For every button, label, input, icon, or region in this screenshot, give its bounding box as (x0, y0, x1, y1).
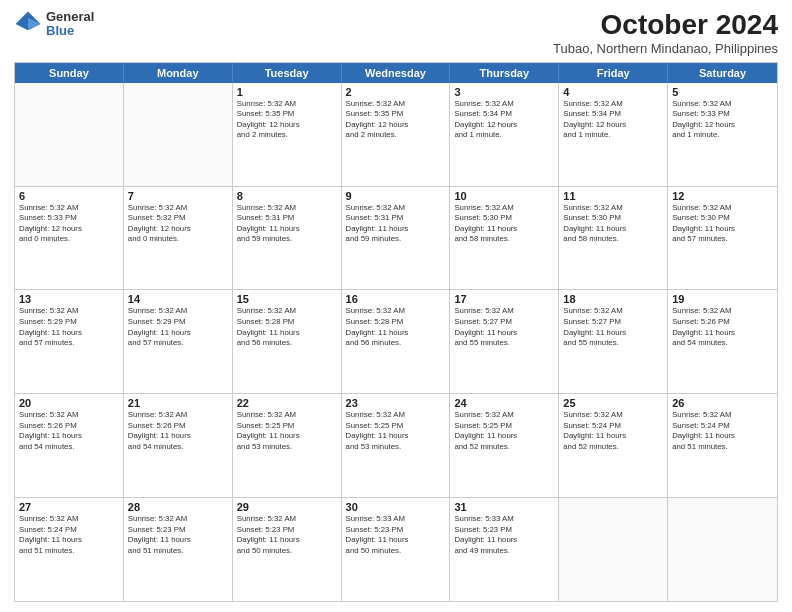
calendar-body: 1Sunrise: 5:32 AM Sunset: 5:35 PM Daylig… (15, 83, 777, 601)
cell-day-number: 7 (128, 190, 228, 202)
cal-cell-5-4: 30Sunrise: 5:33 AM Sunset: 5:23 PM Dayli… (342, 498, 451, 601)
cell-info: Sunrise: 5:33 AM Sunset: 5:23 PM Dayligh… (454, 514, 554, 556)
cell-day-number: 14 (128, 293, 228, 305)
cell-info: Sunrise: 5:33 AM Sunset: 5:23 PM Dayligh… (346, 514, 446, 556)
cell-day-number: 5 (672, 86, 773, 98)
cal-cell-2-5: 10Sunrise: 5:32 AM Sunset: 5:30 PM Dayli… (450, 187, 559, 290)
cell-info: Sunrise: 5:32 AM Sunset: 5:33 PM Dayligh… (19, 203, 119, 245)
cal-cell-4-3: 22Sunrise: 5:32 AM Sunset: 5:25 PM Dayli… (233, 394, 342, 497)
cell-day-number: 20 (19, 397, 119, 409)
cell-info: Sunrise: 5:32 AM Sunset: 5:24 PM Dayligh… (563, 410, 663, 452)
cell-day-number: 1 (237, 86, 337, 98)
logo-icon (14, 10, 42, 38)
cal-cell-1-5: 3Sunrise: 5:32 AM Sunset: 5:34 PM Daylig… (450, 83, 559, 186)
cell-info: Sunrise: 5:32 AM Sunset: 5:32 PM Dayligh… (128, 203, 228, 245)
title-block: October 2024 Tubao, Northern Mindanao, P… (553, 10, 778, 56)
cell-info: Sunrise: 5:32 AM Sunset: 5:27 PM Dayligh… (563, 306, 663, 348)
cal-cell-5-6 (559, 498, 668, 601)
cal-cell-3-5: 17Sunrise: 5:32 AM Sunset: 5:27 PM Dayli… (450, 290, 559, 393)
week-row-5: 27Sunrise: 5:32 AM Sunset: 5:24 PM Dayli… (15, 498, 777, 601)
cal-cell-2-2: 7Sunrise: 5:32 AM Sunset: 5:32 PM Daylig… (124, 187, 233, 290)
cal-cell-1-6: 4Sunrise: 5:32 AM Sunset: 5:34 PM Daylig… (559, 83, 668, 186)
header-day-monday: Monday (124, 63, 233, 83)
cell-day-number: 2 (346, 86, 446, 98)
cell-day-number: 30 (346, 501, 446, 513)
header-day-sunday: Sunday (15, 63, 124, 83)
cal-cell-1-2 (124, 83, 233, 186)
cell-day-number: 11 (563, 190, 663, 202)
cell-day-number: 25 (563, 397, 663, 409)
cell-info: Sunrise: 5:32 AM Sunset: 5:34 PM Dayligh… (563, 99, 663, 141)
cal-cell-4-5: 24Sunrise: 5:32 AM Sunset: 5:25 PM Dayli… (450, 394, 559, 497)
cell-day-number: 23 (346, 397, 446, 409)
cell-day-number: 3 (454, 86, 554, 98)
cell-info: Sunrise: 5:32 AM Sunset: 5:24 PM Dayligh… (19, 514, 119, 556)
cal-cell-3-7: 19Sunrise: 5:32 AM Sunset: 5:26 PM Dayli… (668, 290, 777, 393)
cell-day-number: 18 (563, 293, 663, 305)
cell-day-number: 27 (19, 501, 119, 513)
cal-cell-2-3: 8Sunrise: 5:32 AM Sunset: 5:31 PM Daylig… (233, 187, 342, 290)
cell-info: Sunrise: 5:32 AM Sunset: 5:25 PM Dayligh… (346, 410, 446, 452)
cal-cell-3-2: 14Sunrise: 5:32 AM Sunset: 5:29 PM Dayli… (124, 290, 233, 393)
week-row-2: 6Sunrise: 5:32 AM Sunset: 5:33 PM Daylig… (15, 187, 777, 291)
logo: General Blue (14, 10, 94, 39)
cell-info: Sunrise: 5:32 AM Sunset: 5:30 PM Dayligh… (672, 203, 773, 245)
cell-info: Sunrise: 5:32 AM Sunset: 5:33 PM Dayligh… (672, 99, 773, 141)
cal-cell-3-4: 16Sunrise: 5:32 AM Sunset: 5:28 PM Dayli… (342, 290, 451, 393)
logo-blue-text: Blue (46, 24, 94, 38)
cell-day-number: 6 (19, 190, 119, 202)
cell-day-number: 31 (454, 501, 554, 513)
title-location: Tubao, Northern Mindanao, Philippines (553, 41, 778, 56)
cell-info: Sunrise: 5:32 AM Sunset: 5:35 PM Dayligh… (237, 99, 337, 141)
cell-day-number: 8 (237, 190, 337, 202)
cal-cell-5-2: 28Sunrise: 5:32 AM Sunset: 5:23 PM Dayli… (124, 498, 233, 601)
cell-info: Sunrise: 5:32 AM Sunset: 5:26 PM Dayligh… (19, 410, 119, 452)
cell-info: Sunrise: 5:32 AM Sunset: 5:29 PM Dayligh… (128, 306, 228, 348)
week-row-4: 20Sunrise: 5:32 AM Sunset: 5:26 PM Dayli… (15, 394, 777, 498)
cal-cell-1-1 (15, 83, 124, 186)
cal-cell-5-3: 29Sunrise: 5:32 AM Sunset: 5:23 PM Dayli… (233, 498, 342, 601)
cell-info: Sunrise: 5:32 AM Sunset: 5:27 PM Dayligh… (454, 306, 554, 348)
cal-cell-2-7: 12Sunrise: 5:32 AM Sunset: 5:30 PM Dayli… (668, 187, 777, 290)
header-day-thursday: Thursday (450, 63, 559, 83)
cal-cell-2-4: 9Sunrise: 5:32 AM Sunset: 5:31 PM Daylig… (342, 187, 451, 290)
calendar-header: SundayMondayTuesdayWednesdayThursdayFrid… (15, 63, 777, 83)
cell-day-number: 21 (128, 397, 228, 409)
cal-cell-4-1: 20Sunrise: 5:32 AM Sunset: 5:26 PM Dayli… (15, 394, 124, 497)
cell-day-number: 16 (346, 293, 446, 305)
header-day-tuesday: Tuesday (233, 63, 342, 83)
cell-info: Sunrise: 5:32 AM Sunset: 5:26 PM Dayligh… (672, 306, 773, 348)
cell-info: Sunrise: 5:32 AM Sunset: 5:23 PM Dayligh… (237, 514, 337, 556)
cell-day-number: 19 (672, 293, 773, 305)
header: General Blue October 2024 Tubao, Norther… (14, 10, 778, 56)
logo-text: General Blue (46, 10, 94, 39)
cell-info: Sunrise: 5:32 AM Sunset: 5:23 PM Dayligh… (128, 514, 228, 556)
cal-cell-3-3: 15Sunrise: 5:32 AM Sunset: 5:28 PM Dayli… (233, 290, 342, 393)
cell-info: Sunrise: 5:32 AM Sunset: 5:29 PM Dayligh… (19, 306, 119, 348)
cal-cell-4-2: 21Sunrise: 5:32 AM Sunset: 5:26 PM Dayli… (124, 394, 233, 497)
cal-cell-5-5: 31Sunrise: 5:33 AM Sunset: 5:23 PM Dayli… (450, 498, 559, 601)
cell-info: Sunrise: 5:32 AM Sunset: 5:26 PM Dayligh… (128, 410, 228, 452)
cell-day-number: 10 (454, 190, 554, 202)
cal-cell-4-7: 26Sunrise: 5:32 AM Sunset: 5:24 PM Dayli… (668, 394, 777, 497)
cell-info: Sunrise: 5:32 AM Sunset: 5:28 PM Dayligh… (346, 306, 446, 348)
cell-info: Sunrise: 5:32 AM Sunset: 5:25 PM Dayligh… (454, 410, 554, 452)
cell-day-number: 15 (237, 293, 337, 305)
cal-cell-5-1: 27Sunrise: 5:32 AM Sunset: 5:24 PM Dayli… (15, 498, 124, 601)
cal-cell-3-1: 13Sunrise: 5:32 AM Sunset: 5:29 PM Dayli… (15, 290, 124, 393)
header-day-wednesday: Wednesday (342, 63, 451, 83)
header-day-saturday: Saturday (668, 63, 777, 83)
calendar: SundayMondayTuesdayWednesdayThursdayFrid… (14, 62, 778, 602)
cell-day-number: 4 (563, 86, 663, 98)
cell-info: Sunrise: 5:32 AM Sunset: 5:30 PM Dayligh… (563, 203, 663, 245)
week-row-1: 1Sunrise: 5:32 AM Sunset: 5:35 PM Daylig… (15, 83, 777, 187)
cal-cell-4-6: 25Sunrise: 5:32 AM Sunset: 5:24 PM Dayli… (559, 394, 668, 497)
cell-day-number: 29 (237, 501, 337, 513)
page: General Blue October 2024 Tubao, Norther… (0, 0, 792, 612)
cell-info: Sunrise: 5:32 AM Sunset: 5:31 PM Dayligh… (346, 203, 446, 245)
cell-day-number: 12 (672, 190, 773, 202)
cell-info: Sunrise: 5:32 AM Sunset: 5:31 PM Dayligh… (237, 203, 337, 245)
cal-cell-3-6: 18Sunrise: 5:32 AM Sunset: 5:27 PM Dayli… (559, 290, 668, 393)
cell-info: Sunrise: 5:32 AM Sunset: 5:35 PM Dayligh… (346, 99, 446, 141)
cell-info: Sunrise: 5:32 AM Sunset: 5:28 PM Dayligh… (237, 306, 337, 348)
